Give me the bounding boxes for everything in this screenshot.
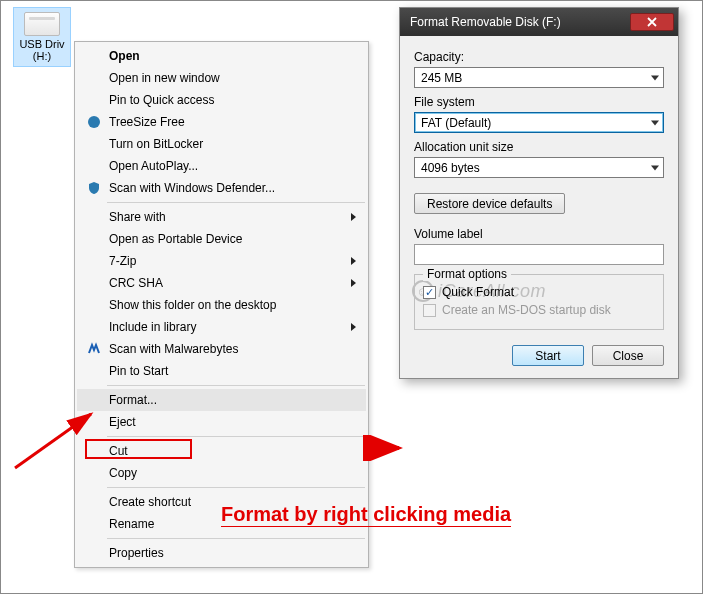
menu-7zip[interactable]: 7-Zip xyxy=(77,250,366,272)
menu-show-folder-desktop[interactable]: Show this folder on the desktop xyxy=(77,294,366,316)
menu-crc-sha[interactable]: CRC SHA xyxy=(77,272,366,294)
quick-format-row[interactable]: ✓ Quick Format xyxy=(423,283,655,301)
context-menu: Open Open in new window Pin to Quick acc… xyxy=(74,41,369,568)
drive-label-line2: (H:) xyxy=(16,50,68,62)
menu-crc-sha-label: CRC SHA xyxy=(109,276,163,290)
dialog-body: Capacity: 245 MB File system FAT (Defaul… xyxy=(400,36,678,378)
capacity-dropdown[interactable]: 245 MB xyxy=(414,67,664,88)
menu-rename-label: Rename xyxy=(109,517,154,531)
capacity-label: Capacity: xyxy=(414,50,664,64)
start-button[interactable]: Start xyxy=(512,345,584,366)
menu-open-new-window[interactable]: Open in new window xyxy=(77,67,366,89)
menu-format[interactable]: Format... xyxy=(77,389,366,411)
menu-7zip-label: 7-Zip xyxy=(109,254,136,268)
format-dialog: Format Removable Disk (F:) Capacity: 245… xyxy=(399,7,679,379)
msdos-checkbox xyxy=(423,304,436,317)
quick-format-label: Quick Format xyxy=(442,285,514,299)
separator xyxy=(107,202,365,203)
dialog-button-row: Start Close xyxy=(414,345,664,366)
titlebar[interactable]: Format Removable Disk (F:) xyxy=(400,8,678,36)
menu-format-label: Format... xyxy=(109,393,157,407)
menu-properties-label: Properties xyxy=(109,546,164,560)
menu-share-with[interactable]: Share with xyxy=(77,206,366,228)
menu-bitlocker[interactable]: Turn on BitLocker xyxy=(77,133,366,155)
menu-eject-label: Eject xyxy=(109,415,136,429)
menu-pin-start[interactable]: Pin to Start xyxy=(77,360,366,382)
capacity-value: 245 MB xyxy=(421,71,462,85)
chevron-down-icon xyxy=(651,120,659,125)
menu-open[interactable]: Open xyxy=(77,45,366,67)
menu-pin-quick-access[interactable]: Pin to Quick access xyxy=(77,89,366,111)
filesystem-label: File system xyxy=(414,95,664,109)
separator xyxy=(107,538,365,539)
menu-create-shortcut[interactable]: Create shortcut xyxy=(77,491,366,513)
menu-treesize-label: TreeSize Free xyxy=(109,115,185,129)
menu-share-with-label: Share with xyxy=(109,210,166,224)
filesystem-value: FAT (Default) xyxy=(421,116,491,130)
separator xyxy=(107,385,365,386)
menu-autoplay[interactable]: Open AutoPlay... xyxy=(77,155,366,177)
svg-point-0 xyxy=(88,116,100,128)
close-button[interactable] xyxy=(630,13,674,31)
menu-copy[interactable]: Copy xyxy=(77,462,366,484)
menu-cut-label: Cut xyxy=(109,444,128,458)
chevron-down-icon xyxy=(651,165,659,170)
menu-pin-start-label: Pin to Start xyxy=(109,364,168,378)
msdos-label: Create an MS-DOS startup disk xyxy=(442,303,611,317)
menu-defender-label: Scan with Windows Defender... xyxy=(109,181,275,195)
msdos-row: Create an MS-DOS startup disk xyxy=(423,301,655,319)
chevron-down-icon xyxy=(651,75,659,80)
menu-copy-label: Copy xyxy=(109,466,137,480)
menu-create-shortcut-label: Create shortcut xyxy=(109,495,191,509)
drive-label-line1: USB Driv xyxy=(16,38,68,50)
format-options-legend: Format options xyxy=(423,267,511,281)
quick-format-checkbox[interactable]: ✓ xyxy=(423,286,436,299)
treesize-icon xyxy=(85,114,103,130)
restore-defaults-label: Restore device defaults xyxy=(427,197,552,211)
dialog-title: Format Removable Disk (F:) xyxy=(410,15,630,29)
menu-portable-device-label: Open as Portable Device xyxy=(109,232,242,246)
shield-icon xyxy=(85,180,103,196)
start-label: Start xyxy=(535,349,560,363)
volume-label-input[interactable] xyxy=(414,244,664,265)
menu-autoplay-label: Open AutoPlay... xyxy=(109,159,198,173)
filesystem-dropdown[interactable]: FAT (Default) xyxy=(414,112,664,133)
chevron-right-icon xyxy=(351,323,356,331)
menu-malwarebytes[interactable]: Scan with Malwarebytes xyxy=(77,338,366,360)
alloc-label: Allocation unit size xyxy=(414,140,664,154)
menu-properties[interactable]: Properties xyxy=(77,542,366,564)
close-icon xyxy=(646,17,658,27)
menu-malwarebytes-label: Scan with Malwarebytes xyxy=(109,342,238,356)
menu-pin-quick-access-label: Pin to Quick access xyxy=(109,93,214,107)
separator xyxy=(107,487,365,488)
alloc-value: 4096 bytes xyxy=(421,161,480,175)
annotation-arrow-right xyxy=(363,435,407,461)
menu-portable-device[interactable]: Open as Portable Device xyxy=(77,228,366,250)
restore-defaults-button[interactable]: Restore device defaults xyxy=(414,193,565,214)
chevron-right-icon xyxy=(351,279,356,287)
menu-open-label: Open xyxy=(109,49,140,63)
menu-treesize[interactable]: TreeSize Free xyxy=(77,111,366,133)
close-label: Close xyxy=(613,349,644,363)
menu-eject[interactable]: Eject xyxy=(77,411,366,433)
separator xyxy=(107,436,365,437)
close-dialog-button[interactable]: Close xyxy=(592,345,664,366)
usb-drive-icon[interactable]: USB Driv (H:) xyxy=(13,7,71,67)
menu-show-folder-desktop-label: Show this folder on the desktop xyxy=(109,298,276,312)
malwarebytes-icon xyxy=(85,341,103,357)
menu-defender[interactable]: Scan with Windows Defender... xyxy=(77,177,366,199)
drive-image xyxy=(24,12,60,36)
menu-include-library-label: Include in library xyxy=(109,320,196,334)
menu-include-library[interactable]: Include in library xyxy=(77,316,366,338)
alloc-dropdown[interactable]: 4096 bytes xyxy=(414,157,664,178)
volume-label-label: Volume label xyxy=(414,227,664,241)
chevron-right-icon xyxy=(351,257,356,265)
menu-cut[interactable]: Cut xyxy=(77,440,366,462)
format-options-group: Format options ✓ Quick Format Create an … xyxy=(414,274,664,330)
chevron-right-icon xyxy=(351,213,356,221)
menu-open-new-window-label: Open in new window xyxy=(109,71,220,85)
menu-rename[interactable]: Rename xyxy=(77,513,366,535)
menu-bitlocker-label: Turn on BitLocker xyxy=(109,137,203,151)
